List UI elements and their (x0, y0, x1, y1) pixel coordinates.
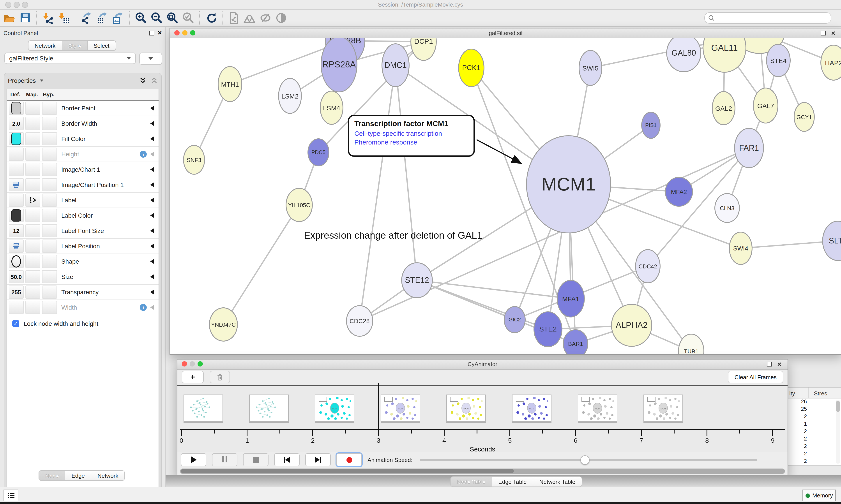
column-header-stress[interactable]: Stres (809, 388, 841, 398)
network-node-ynl047c[interactable]: YNL047C (209, 307, 238, 342)
network-node-ste4[interactable]: STE4 (766, 44, 791, 77)
timeline-frame-2[interactable]: MCM (315, 395, 354, 422)
add-frame-button[interactable]: + (182, 371, 204, 383)
close-view-icon[interactable]: × (777, 360, 782, 368)
collapse-all-icon[interactable] (151, 77, 158, 84)
tab-style[interactable]: Style (61, 40, 87, 51)
tab-node-table[interactable]: Node Table (450, 476, 492, 487)
table-cell-value[interactable]: 25 (788, 406, 841, 413)
timeline-frame-1[interactable] (249, 395, 289, 422)
apply-layout-icon[interactable] (203, 11, 219, 25)
property-row-shape[interactable]: Shape (7, 254, 159, 269)
network-node-tub1[interactable]: TUB1 (678, 334, 704, 354)
tab-network[interactable]: Network (28, 40, 61, 51)
scrollbar-thumb[interactable] (181, 469, 514, 473)
play-button[interactable] (181, 453, 206, 466)
table-cell-value[interactable]: 2 (788, 428, 841, 436)
timeline-frame-3[interactable]: MCM (381, 395, 420, 422)
network-node-yil105c[interactable]: YIL105C (286, 188, 313, 222)
property-row-size[interactable]: 50.0Size (7, 269, 159, 285)
style-selector[interactable]: galFiltered Style (4, 53, 136, 64)
properties-header[interactable]: Properties (8, 76, 158, 85)
property-row-height[interactable]: Heighti (7, 147, 159, 162)
export-table-icon[interactable] (95, 11, 110, 25)
network-node-dcp1[interactable]: DCP1 (410, 38, 437, 61)
info-icon[interactable]: i (140, 304, 147, 311)
table-cell-value[interactable]: 2 (788, 436, 841, 443)
network-node-gcy1[interactable]: GCY1 (794, 102, 815, 132)
network-node-pck1[interactable]: PCK1 (458, 49, 484, 87)
network-node-cdc42[interactable]: CDC42 (635, 249, 661, 283)
expand-property-arrow[interactable] (150, 289, 154, 295)
property-row-image-chart-1[interactable]: Image/Chart 1 (7, 162, 159, 177)
timeline-frame-0[interactable] (183, 395, 223, 422)
network-node-ste2[interactable]: STE2 (534, 311, 562, 347)
property-row-transparency[interactable]: 255Transparency (7, 285, 159, 300)
show-graphics-details-icon[interactable] (273, 11, 289, 25)
float-window-icon[interactable] (767, 362, 772, 366)
expand-property-arrow[interactable] (150, 167, 154, 172)
stop-button[interactable] (243, 453, 269, 466)
table-cell-value[interactable]: 2 (788, 451, 841, 458)
network-node-cdc28[interactable]: CDC28 (346, 305, 373, 337)
network-node-swi4[interactable]: SWI4 (729, 232, 753, 265)
timeline-scrollbar[interactable] (180, 469, 785, 474)
export-network-icon[interactable] (79, 11, 95, 25)
table-cell-value[interactable]: 26 (788, 398, 841, 406)
property-row-label-color[interactable]: Label Color (7, 208, 159, 223)
animation-speed-slider[interactable] (419, 459, 757, 461)
network-node-slt2[interactable]: SLT2 (822, 221, 841, 261)
info-icon[interactable]: i (140, 151, 147, 158)
float-window-icon[interactable] (821, 31, 826, 35)
table-scrollbar[interactable] (836, 400, 840, 464)
hide-graphics-details-icon[interactable] (257, 11, 273, 25)
network-node-swi5[interactable]: SWI5 (579, 50, 602, 86)
show-panels-button[interactable] (3, 489, 18, 501)
cyanimator-titlebar[interactable]: CyAnimator × (177, 360, 788, 370)
network-node-far1[interactable]: FAR1 (734, 128, 764, 168)
network-node-rps28a[interactable]: RPS28A (321, 38, 357, 92)
save-session-icon[interactable] (18, 11, 33, 25)
record-button[interactable] (336, 453, 362, 466)
network-node-dmc1[interactable]: DMC1 (381, 43, 410, 87)
expand-property-arrow[interactable] (150, 106, 154, 111)
timeline-playhead[interactable] (378, 383, 379, 429)
network-window-titlebar[interactable]: galFiltered.sif × (170, 29, 841, 38)
zoom-in-icon[interactable] (133, 11, 149, 25)
new-network-from-selection-icon[interactable] (226, 11, 242, 25)
search-field[interactable] (704, 12, 831, 24)
timeline-frame-7[interactable]: MCM (643, 395, 683, 422)
expand-property-arrow[interactable] (150, 305, 154, 310)
delete-frame-button[interactable] (210, 371, 230, 383)
timeline-frame-5[interactable]: MCM (512, 395, 552, 422)
network-node-mcm1[interactable]: MCM1 (526, 135, 611, 233)
table-cell-value[interactable]: 2 (788, 458, 841, 466)
expand-property-arrow[interactable] (150, 182, 154, 187)
close-panel-icon[interactable]: × (158, 29, 162, 37)
open-session-icon[interactable] (2, 11, 18, 25)
column-header-connectivity[interactable]: ity (788, 388, 809, 398)
network-node-cln3[interactable]: CLN3 (714, 193, 740, 223)
expand-property-arrow[interactable] (150, 274, 154, 280)
import-table-icon[interactable] (56, 11, 72, 25)
table-cell-value[interactable]: 1 (788, 421, 841, 428)
pause-button[interactable] (212, 453, 237, 466)
network-node-lsm2[interactable]: LSM2 (278, 78, 302, 114)
search-input[interactable] (717, 15, 827, 21)
expand-property-arrow[interactable] (150, 259, 154, 264)
table-cell-value[interactable]: 2 (788, 443, 841, 451)
timeline-frame-4[interactable]: MCM (446, 395, 486, 422)
import-network-icon[interactable] (40, 11, 56, 25)
clear-all-frames-button[interactable]: Clear All Frames (728, 371, 783, 383)
network-node-alpha2[interactable]: ALPHA2 (611, 304, 652, 347)
tab-edge-style[interactable]: Edge (65, 470, 91, 481)
network-canvas[interactable]: RPS28BDCP1GAL80GAL11RPS28ADMC1PCK1SWI5ST… (170, 38, 841, 354)
go-to-start-button[interactable] (274, 453, 300, 466)
export-image-icon[interactable] (110, 11, 126, 25)
annotation-link[interactable]: Pheromone response (354, 138, 468, 146)
expand-property-arrow[interactable] (150, 244, 154, 249)
property-row-label-font-size[interactable]: 12Label Font Size (7, 223, 159, 239)
tab-network-table[interactable]: Network Table (533, 476, 582, 487)
float-panel-icon[interactable] (149, 31, 154, 35)
scrollbar-thumb[interactable] (836, 401, 840, 412)
